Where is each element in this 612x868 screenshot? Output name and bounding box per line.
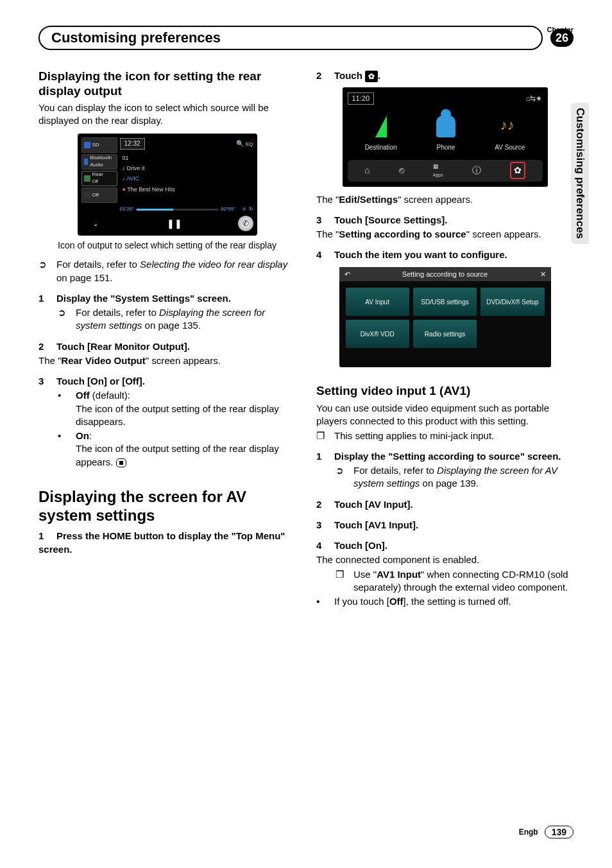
- heading-av-system-settings: Displaying the screen for AV system sett…: [38, 488, 296, 525]
- side-button-rear[interactable]: RearOff: [81, 171, 117, 186]
- menu-av-source[interactable]: AV Source: [495, 112, 525, 152]
- side-button-bluetooth[interactable]: Bluetooth Audio: [81, 154, 117, 169]
- language-label: Engb: [519, 828, 538, 837]
- close-icon[interactable]: ✕: [540, 270, 546, 279]
- music-icon: [500, 117, 520, 136]
- side-button-off[interactable]: Off: [81, 187, 117, 203]
- track-title: ♪ Drive it: [120, 163, 253, 173]
- route-icon[interactable]: ⎋: [399, 164, 404, 177]
- clock: 11:20: [348, 92, 375, 105]
- chapter-title: Customising preferences: [51, 30, 221, 46]
- apps-icon[interactable]: ▦Apps: [433, 162, 443, 178]
- step-b1: 1Press the HOME button to display the "T…: [38, 530, 296, 556]
- cell-dvd-divx[interactable]: DVD/DivX® Setup: [480, 288, 544, 316]
- album-name: ♪ AVIC: [120, 173, 253, 184]
- cell-av-input[interactable]: AV Input: [346, 288, 409, 316]
- heading-rear-display-icon: Displaying the icon for setting the rear…: [38, 69, 296, 99]
- left-column: Displaying the icon for setting the rear…: [38, 69, 296, 608]
- page-number: 139: [545, 826, 574, 838]
- progress-bar[interactable]: 01'20"02'55" ⤮ ↻: [120, 206, 253, 213]
- step-2-body: The "Rear Video Output" screen appears.: [38, 354, 296, 367]
- playlist-name: ● The Best New Hits: [120, 184, 253, 195]
- step-1: 1Display the "System Settings" screen.: [38, 292, 296, 305]
- right-column: 2Touch ✿. 11:20 ⌂⇆★ Destination Phone: [316, 69, 574, 608]
- settings-screen-title: Setting according to source: [402, 270, 488, 279]
- shuffle-icon[interactable]: ⤮: [242, 206, 246, 213]
- step-2: 2Touch [Rear Monitor Output].: [38, 340, 296, 353]
- av1-step-2: 2Touch [AV Input].: [316, 498, 574, 511]
- chevron-down-icon[interactable]: ⌄: [93, 220, 98, 229]
- cell-radio[interactable]: Radio settings: [413, 320, 477, 348]
- chapter-label: Chapter: [547, 26, 574, 33]
- settings-icon[interactable]: ✿: [510, 162, 525, 179]
- side-button-sd[interactable]: SD: [81, 137, 117, 153]
- av1-note2: Use "AV1 Input" when connecting CD-RM10 …: [353, 568, 574, 595]
- chapter-title-bar: Customising preferences: [38, 26, 543, 50]
- destination-icon: [375, 116, 387, 137]
- note-icon: ❐: [336, 568, 353, 595]
- gear-icon: ✿: [365, 71, 378, 82]
- step-r2: 2Touch ✿.: [316, 69, 574, 82]
- ref-icon: ➲: [38, 258, 56, 284]
- screenshot-top-menu: 11:20 ⌂⇆★ Destination Phone AV Source: [343, 87, 548, 186]
- track-number: 01: [120, 153, 253, 163]
- cell-divx-vod[interactable]: DivX® VOD: [346, 320, 409, 348]
- step-r3-body: The "Setting according to source" screen…: [316, 228, 574, 241]
- screenshot-caption: Icon of output to select which setting o…: [38, 239, 296, 252]
- phone-icon: [436, 116, 455, 137]
- cell-sd-usb[interactable]: SD/USB settings: [413, 288, 477, 316]
- av1-step-3: 3Touch [AV1 Input].: [316, 519, 574, 532]
- step-r3: 3Touch [Source Settings].: [316, 214, 574, 227]
- bullet-icon: •: [58, 389, 76, 428]
- ref-icon: ➲: [336, 464, 353, 490]
- step-3: 3Touch [On] or [Off].: [38, 375, 296, 388]
- back-icon[interactable]: ↶: [344, 270, 350, 279]
- screenshot-media-player: SD Bluetooth Audio RearOff Off 12:32 🔍 E…: [78, 134, 257, 236]
- screenshot-source-settings: ↶ Setting according to source ✕ AV Input…: [339, 267, 551, 368]
- av1-note1: This setting applies to mini-jack input.: [334, 430, 494, 442]
- option-off: Off (default): The icon of the output se…: [76, 389, 296, 428]
- end-icon: [116, 458, 126, 467]
- nav-icon[interactable]: ⌂: [364, 164, 370, 177]
- intro-text: You can display the icon to select which…: [38, 101, 296, 128]
- pause-button[interactable]: ❚❚: [167, 218, 182, 230]
- step-r2-body: The "Edit/Settings" screen appears.: [316, 193, 574, 206]
- home-icons: ⌂⇆★: [526, 94, 543, 103]
- av1-step-4-body: The connected component is enabled.: [316, 553, 574, 566]
- cell-empty: [480, 320, 544, 348]
- heading-av1: Setting video input 1 (AV1): [316, 383, 574, 399]
- step-r4: 4Touch the item you want to configure.: [316, 248, 574, 261]
- repeat-icon[interactable]: ↻: [249, 206, 253, 213]
- av1-step-1: 1Display the "Setting according to sourc…: [316, 450, 574, 463]
- step-1-subref: For details, refer to Displaying the scr…: [76, 306, 296, 333]
- av1-intro: You can use outside video equipment such…: [316, 402, 574, 428]
- menu-phone[interactable]: Phone: [432, 112, 460, 152]
- eq-icon[interactable]: EQ: [246, 141, 253, 147]
- option-on: On: The icon of the output setting of th…: [76, 430, 296, 469]
- clock: 12:32: [120, 138, 145, 150]
- av1-step-1-ref: For details, refer to Displaying the scr…: [353, 464, 574, 490]
- search-icon[interactable]: 🔍: [236, 140, 244, 147]
- side-tab: Customising preferences: [571, 103, 589, 244]
- phone-button[interactable]: ✆: [238, 216, 253, 231]
- ref-icon: ➲: [58, 306, 76, 333]
- av1-step-4: 4Touch [On].: [316, 539, 574, 552]
- info-icon[interactable]: ⓘ: [472, 164, 481, 177]
- av1-note3: If you touch [Off], the setting is turne…: [334, 595, 511, 608]
- note-icon: ❐: [316, 430, 334, 442]
- page-footer: Engb 139: [519, 826, 574, 838]
- square-bullet-icon: ▪: [316, 595, 334, 608]
- ref-text: For details, refer to Selecting the vide…: [56, 258, 296, 284]
- menu-destination[interactable]: Destination: [365, 112, 397, 152]
- bullet-icon: •: [58, 430, 76, 469]
